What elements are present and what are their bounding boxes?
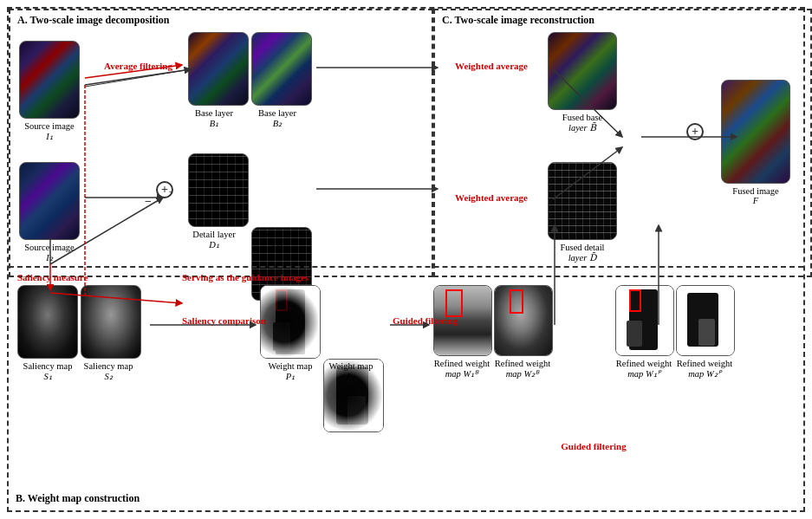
refined-weight-2b xyxy=(494,285,553,356)
source-image-2 xyxy=(19,162,80,240)
section-b-label: B. Weight map construction xyxy=(16,492,140,505)
fused-detail-layer xyxy=(548,162,617,240)
source1-caption: Source image I₁ xyxy=(15,121,84,141)
red-box-rw1b xyxy=(445,289,463,317)
fused-detail-caption: Fused detail layer D̄ xyxy=(530,243,634,263)
red-box-rw2b xyxy=(510,289,524,314)
base1-caption: Base layer B₁ xyxy=(179,108,249,128)
detail-layer-1 xyxy=(188,153,249,227)
saliency1-caption: Saliency map S₁ xyxy=(13,361,82,381)
section-a: A. Two-scale image decomposition Source … xyxy=(9,9,433,277)
refined-w2b-caption: Refined weight map W₂ᴮ xyxy=(484,359,562,379)
base-layer-1 xyxy=(188,32,249,106)
fused-image xyxy=(721,80,790,184)
main-border: A. Two-scale image decomposition Source … xyxy=(7,7,805,512)
weight-map-1 xyxy=(260,285,321,359)
saliency-map-2 xyxy=(81,285,141,359)
refined-weight-1p xyxy=(615,285,674,356)
diagram-container: A. Two-scale image decomposition Source … xyxy=(0,0,812,519)
section-b: B. Weight map construction Saliency map … xyxy=(9,266,803,510)
fused-image-caption: Fused image F xyxy=(708,186,803,205)
fused-base-layer xyxy=(548,32,617,110)
guided-filtering-label: Guided filtering xyxy=(393,315,458,326)
saliency2-caption: Saliency map S₂ xyxy=(74,361,143,381)
saliency-map-1 xyxy=(17,285,78,359)
red-box-weight1 xyxy=(276,289,288,311)
circle-plus-recon: + xyxy=(686,123,704,140)
guided-filtering-2-label: Guided filtering xyxy=(537,441,650,451)
section-c-label: C. Two-scale image reconstruction xyxy=(442,14,594,27)
saliency-measure-label: Saliency measure xyxy=(17,272,88,282)
red-box-rw1p xyxy=(629,289,642,312)
saliency-comparison-label: Saliency comparison xyxy=(182,315,266,326)
weighted-average-2-label: Weighted average xyxy=(444,192,539,203)
serving-guidance-label: Serving as the guidance images xyxy=(182,272,309,282)
section-a-label: A. Two-scale image decomposition xyxy=(17,14,170,27)
fused-base-caption: Fused base layer B̄ xyxy=(535,113,630,133)
weighted-average-1-label: Weighted average xyxy=(444,61,539,71)
base-layer-2 xyxy=(251,32,312,106)
average-filtering-label: Average filtering xyxy=(93,61,184,71)
section-c: C. Two-scale image reconstruction Fused … xyxy=(433,9,812,277)
source-image-1 xyxy=(19,41,80,119)
circle-minus: + xyxy=(156,181,173,198)
weight2-caption: Weight map P₂ xyxy=(312,361,390,381)
source2-caption: Source image I₂ xyxy=(15,243,84,263)
base2-caption: Base layer B₂ xyxy=(243,108,312,128)
detail2-caption: Detail layer D₂ xyxy=(243,230,312,250)
detail1-caption: Detail layer D₁ xyxy=(179,230,249,250)
refined-weight-2p xyxy=(676,285,735,356)
refined-w2p-caption: Refined weight map W₂ᴾ xyxy=(666,359,744,379)
minus-label: − xyxy=(145,195,152,209)
